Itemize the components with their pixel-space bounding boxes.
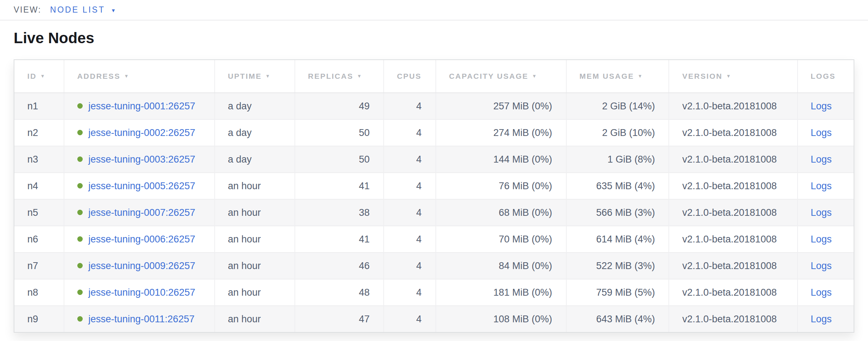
- column-header-version[interactable]: VERSION▼: [669, 60, 797, 93]
- node-live-status-icon: [77, 130, 83, 135]
- column-header-replicas[interactable]: REPLICAS▼: [295, 60, 384, 93]
- node-live-status-icon: [77, 236, 83, 242]
- version-cell: v2.1.0-beta.20181008: [669, 173, 797, 199]
- column-header-address[interactable]: ADDRESS▼: [64, 60, 215, 93]
- uptime-cell: an hour: [215, 279, 295, 306]
- address-cell: jesse-tuning-0003:26257: [64, 146, 215, 173]
- address-cell: jesse-tuning-0010:26257: [64, 279, 215, 306]
- mem-cell: 759 MiB (5%): [566, 279, 669, 306]
- node-address-link[interactable]: jesse-tuning-0001:26257: [88, 101, 195, 112]
- live-nodes-table: ID▼ADDRESS▼UPTIME▼REPLICAS▼CPUSCAPACITY …: [14, 59, 854, 333]
- logs-link[interactable]: Logs: [811, 287, 832, 298]
- logs-link[interactable]: Logs: [811, 234, 832, 245]
- replicas-cell: 50: [295, 119, 384, 146]
- version-cell: v2.1.0-beta.20181008: [669, 199, 797, 226]
- logs-link[interactable]: Logs: [811, 207, 832, 218]
- column-header-id[interactable]: ID▼: [14, 60, 64, 93]
- logs-cell: Logs: [798, 226, 854, 253]
- cpus-cell: 4: [384, 146, 436, 173]
- column-label: ID: [27, 72, 37, 80]
- address-cell: jesse-tuning-0002:26257: [64, 119, 215, 146]
- node-address-link[interactable]: jesse-tuning-0002:26257: [88, 127, 195, 138]
- node-address-link[interactable]: jesse-tuning-0003:26257: [88, 154, 195, 165]
- node-address-link[interactable]: jesse-tuning-0010:26257: [88, 287, 195, 298]
- view-selector-dropdown[interactable]: NODE LIST ▼: [50, 5, 116, 15]
- node-address-link[interactable]: jesse-tuning-0009:26257: [88, 260, 195, 271]
- id-cell: n6: [14, 226, 64, 253]
- table-header-row: ID▼ADDRESS▼UPTIME▼REPLICAS▼CPUSCAPACITY …: [14, 60, 854, 93]
- sort-desc-icon: ▼: [638, 73, 643, 79]
- column-label: REPLICAS: [308, 72, 353, 80]
- id-cell: n3: [14, 146, 64, 173]
- uptime-cell: an hour: [215, 199, 295, 226]
- mem-cell: 2 GiB (14%): [566, 93, 669, 119]
- column-header-mem[interactable]: MEM USAGE▼: [566, 60, 669, 93]
- cpus-cell: 4: [384, 226, 436, 253]
- id-cell: n8: [14, 279, 64, 306]
- sort-desc-icon: ▼: [726, 73, 731, 79]
- capacity-cell: 68 MiB (0%): [436, 199, 566, 226]
- page-title: Live Nodes: [14, 30, 868, 46]
- uptime-cell: a day: [215, 119, 295, 146]
- mem-cell: 643 MiB (4%): [566, 306, 669, 332]
- sort-desc-icon: ▼: [532, 73, 538, 79]
- cpus-cell: 4: [384, 306, 436, 332]
- capacity-cell: 108 MiB (0%): [436, 306, 566, 332]
- node-row-n8: n8jesse-tuning-0010:26257an hour484181 M…: [14, 279, 854, 306]
- replicas-cell: 41: [295, 173, 384, 199]
- logs-cell: Logs: [798, 146, 854, 173]
- version-cell: v2.1.0-beta.20181008: [669, 253, 797, 279]
- chevron-down-icon: ▼: [111, 8, 116, 13]
- node-address-link[interactable]: jesse-tuning-0005:26257: [88, 181, 195, 191]
- logs-link[interactable]: Logs: [811, 314, 832, 324]
- logs-link[interactable]: Logs: [811, 127, 832, 138]
- view-bar: VIEW: NODE LIST ▼: [0, 0, 868, 21]
- column-label: UPTIME: [228, 72, 262, 80]
- cpus-cell: 4: [384, 199, 436, 226]
- node-row-n5: n5jesse-tuning-0007:26257an hour38468 Mi…: [14, 199, 854, 226]
- node-address-link[interactable]: jesse-tuning-0011:26257: [88, 314, 195, 324]
- view-label: VIEW:: [14, 5, 41, 15]
- uptime-cell: a day: [215, 93, 295, 119]
- id-cell: n7: [14, 253, 64, 279]
- node-row-n6: n6jesse-tuning-0006:26257an hour41470 Mi…: [14, 226, 854, 253]
- logs-cell: Logs: [798, 119, 854, 146]
- address-cell: jesse-tuning-0005:26257: [64, 173, 215, 199]
- logs-link[interactable]: Logs: [811, 154, 832, 165]
- column-header-uptime[interactable]: UPTIME▼: [215, 60, 295, 93]
- replicas-cell: 48: [295, 279, 384, 306]
- column-header-cpus: CPUS: [384, 60, 436, 93]
- capacity-cell: 257 MiB (0%): [436, 93, 566, 119]
- node-row-n4: n4jesse-tuning-0005:26257an hour41476 Mi…: [14, 173, 854, 199]
- mem-cell: 566 MiB (3%): [566, 199, 669, 226]
- replicas-cell: 49: [295, 93, 384, 119]
- node-address-link[interactable]: jesse-tuning-0006:26257: [88, 234, 195, 245]
- logs-link[interactable]: Logs: [811, 181, 832, 191]
- mem-cell: 522 MiB (3%): [566, 253, 669, 279]
- id-cell: n5: [14, 199, 64, 226]
- column-header-capacity[interactable]: CAPACITY USAGE▼: [436, 60, 566, 93]
- column-label: MEM USAGE: [580, 72, 634, 80]
- node-row-n2: n2jesse-tuning-0002:26257a day504274 MiB…: [14, 119, 854, 146]
- node-live-status-icon: [77, 263, 83, 268]
- uptime-cell: an hour: [215, 226, 295, 253]
- logs-cell: Logs: [798, 253, 854, 279]
- sort-desc-icon: ▼: [124, 73, 129, 79]
- logs-cell: Logs: [798, 173, 854, 199]
- node-live-status-icon: [77, 183, 83, 188]
- capacity-cell: 144 MiB (0%): [436, 146, 566, 173]
- version-cell: v2.1.0-beta.20181008: [669, 306, 797, 332]
- capacity-cell: 274 MiB (0%): [436, 119, 566, 146]
- cpus-cell: 4: [384, 93, 436, 119]
- capacity-cell: 76 MiB (0%): [436, 173, 566, 199]
- uptime-cell: an hour: [215, 253, 295, 279]
- mem-cell: 614 MiB (4%): [566, 226, 669, 253]
- logs-link[interactable]: Logs: [811, 260, 832, 271]
- address-cell: jesse-tuning-0011:26257: [64, 306, 215, 332]
- logs-link[interactable]: Logs: [811, 101, 832, 112]
- column-label: LOGS: [811, 72, 836, 80]
- replicas-cell: 41: [295, 226, 384, 253]
- version-cell: v2.1.0-beta.20181008: [669, 146, 797, 173]
- node-address-link[interactable]: jesse-tuning-0007:26257: [88, 207, 195, 218]
- uptime-cell: a day: [215, 146, 295, 173]
